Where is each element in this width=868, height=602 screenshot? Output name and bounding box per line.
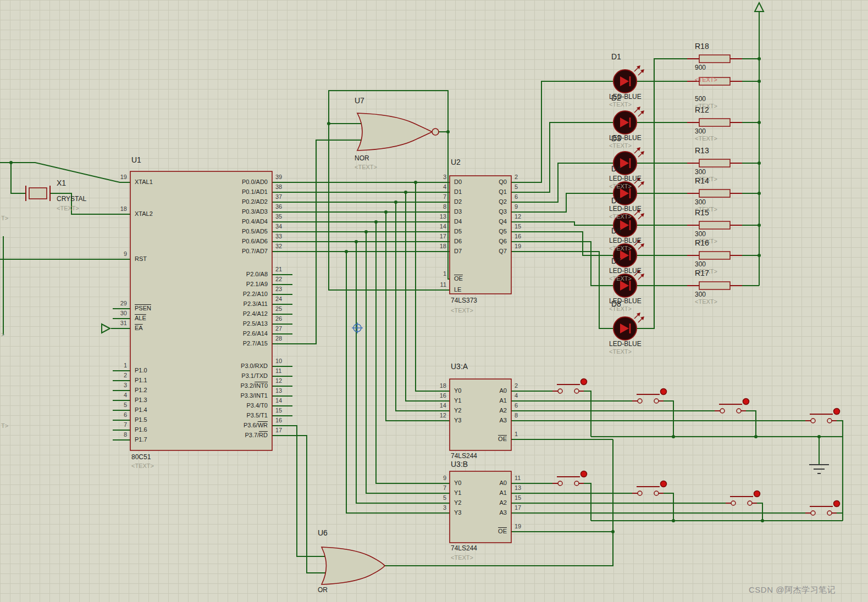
led-type: LED-BLUE — [609, 237, 642, 244]
u1-pin-number: 24 — [275, 296, 282, 302]
u1-pin-number: 36 — [275, 204, 282, 210]
u7-note: <TEXT> — [355, 164, 377, 170]
u2-pin-name: D6 — [454, 238, 462, 244]
u1-pin-number: 4 — [124, 392, 127, 398]
u1-pin-name: P1.6 — [135, 427, 147, 433]
watermark: CSDN @阿杰学习笔记 — [749, 586, 836, 594]
u2-pin-name: D7 — [454, 248, 462, 254]
led-ref: D7 — [611, 257, 621, 265]
u2-pin-number: 9 — [515, 204, 518, 210]
push-button-7[interactable] — [726, 491, 760, 506]
resistor-value: 300 — [695, 231, 706, 237]
led-type: LED-BLUE — [609, 267, 642, 274]
origin-marker — [352, 322, 363, 333]
led-note: <TEXT> — [609, 349, 632, 355]
u3a-pin-number: 2 — [515, 383, 518, 389]
led-note: <TEXT> — [609, 246, 632, 252]
u2-pin-name: OE — [454, 276, 463, 282]
u1-pin-number: 9 — [124, 251, 127, 257]
u3b-pin-number: 11 — [515, 475, 521, 481]
u1-pin-name: P0.2/AD2 — [242, 199, 268, 205]
u2-pin-name: D0 — [454, 179, 462, 185]
u3b-pin-name: A2 — [500, 500, 507, 506]
x1-ref: X1 — [57, 179, 66, 187]
push-button-5[interactable] — [552, 471, 587, 486]
push-button-6[interactable] — [632, 481, 667, 496]
u3a-pin-name: A2 — [500, 408, 507, 414]
power-arrow[interactable] — [755, 3, 764, 12]
resistor-value: 300 — [695, 261, 706, 267]
u1-value: 80C51 — [131, 454, 151, 460]
u3a-pin-number: 8 — [515, 413, 518, 419]
led-d2[interactable] — [613, 107, 644, 134]
led-ref: D5 — [611, 197, 621, 204]
u3a-pin-name: Y0 — [454, 388, 461, 394]
u1-note: <TEXT> — [131, 463, 154, 469]
wires[interactable] — [0, 12, 843, 573]
u3b-pin-name: A0 — [500, 480, 507, 486]
u2-pin-name: Q1 — [499, 189, 507, 195]
edge-text-fragment: T> — [1, 215, 8, 221]
led-d8[interactable] — [613, 313, 644, 340]
x1-value: CRYSTAL — [57, 196, 86, 202]
u1-pin-number: 2 — [124, 372, 127, 378]
x1-crystal[interactable] — [26, 186, 50, 201]
push-button-1[interactable] — [552, 379, 587, 394]
u1-pin-number: 30 — [120, 310, 127, 316]
u2-pin-number: 18 — [440, 243, 446, 249]
u1-pin-number: 28 — [275, 336, 282, 342]
led-d1[interactable] — [613, 65, 644, 93]
u1-pin-number: 23 — [275, 286, 282, 292]
ea-input-arrow[interactable] — [102, 324, 110, 333]
resistor-note: <TEXT> — [695, 77, 717, 83]
u1-pin-number: 1 — [124, 363, 127, 369]
resistor-R13[interactable] — [687, 159, 742, 167]
resistor-R17[interactable] — [687, 282, 742, 289]
u1-pin-name: XTAL1 — [135, 179, 153, 185]
u2-pin-number: 13 — [440, 214, 446, 220]
push-button-8[interactable] — [805, 501, 840, 516]
resistor-R14[interactable] — [687, 189, 742, 197]
u1-pin-number: 34 — [275, 224, 282, 230]
u2-pin-number: 16 — [515, 233, 521, 239]
resistor-ref: R16 — [695, 239, 709, 247]
resistor-value: 300 — [695, 291, 706, 298]
u1-pin-number: 5 — [124, 402, 127, 408]
resistor-R16[interactable] — [687, 252, 742, 259]
u2-pin-name: D1 — [454, 189, 462, 195]
u1-pin-number: 38 — [275, 184, 282, 190]
u1-pin-number: 6 — [124, 412, 127, 418]
u7-nor-gate[interactable] — [357, 113, 439, 150]
u3a-pin-number: 16 — [440, 393, 446, 399]
u3b-value: 74LS244 — [451, 545, 477, 551]
ground-symbol[interactable] — [809, 465, 829, 473]
resistor-R18[interactable] — [687, 55, 742, 63]
u1-pin-number: 15 — [275, 408, 282, 414]
u1-pin-name: P2.7/A15 — [243, 341, 268, 347]
led-ref: D6 — [611, 227, 621, 235]
u3b-pin-name: A1 — [500, 490, 507, 496]
x1-note: <TEXT> — [57, 205, 79, 211]
u2-pin-name: Q7 — [499, 248, 507, 254]
u1-pin-number: 21 — [275, 266, 282, 272]
push-button-2[interactable] — [632, 389, 667, 404]
u3a-pin-number: 1 — [515, 431, 518, 437]
u2-pin-name: Q4 — [499, 219, 507, 225]
push-button-3[interactable] — [715, 399, 749, 414]
u1-pin-number: 12 — [275, 378, 282, 384]
u1-pin-name: P2.2/A10 — [243, 291, 268, 297]
u3a-pin-number: 4 — [515, 393, 518, 399]
u3a-pin-name: A1 — [500, 398, 507, 404]
u3a-pin-number: 18 — [440, 383, 446, 389]
u1-pin-number: 37 — [275, 194, 282, 200]
resistor-ref: R15 — [695, 209, 709, 216]
u1-pin-number: 29 — [120, 300, 127, 306]
push-button-4[interactable] — [805, 409, 840, 423]
u1-pin-name: XTAL2 — [135, 211, 153, 217]
resistor-R12[interactable] — [687, 119, 742, 126]
u6-or-gate[interactable] — [322, 547, 385, 584]
resistor-R15[interactable] — [687, 221, 742, 229]
u1-pin-number: 31 — [120, 320, 127, 326]
u2-ref: U2 — [451, 158, 461, 166]
u2-note: <TEXT> — [451, 308, 473, 314]
